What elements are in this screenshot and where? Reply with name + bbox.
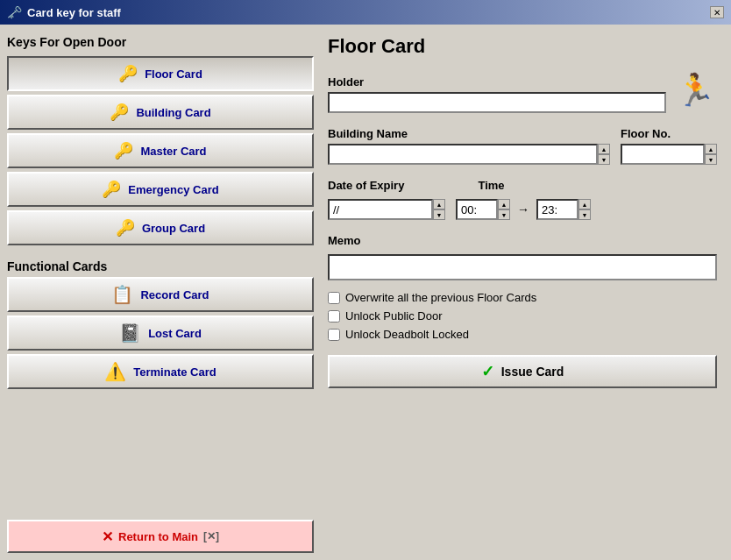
panel-title: Floor Card bbox=[328, 35, 717, 58]
date-of-expiry-label: Date of Expiry bbox=[328, 179, 404, 192]
checkbox-unlock-public-row: Unlock Public Door bbox=[328, 309, 717, 323]
time-label: Time bbox=[478, 179, 504, 192]
holder-label: Holder bbox=[328, 75, 666, 89]
checkboxes-section: Overwrite all the previous Floor Cards U… bbox=[328, 291, 717, 341]
holder-section: Holder 🏃 bbox=[328, 68, 717, 113]
title-bar: 🗝️ Card key for staff ✕ bbox=[0, 0, 731, 25]
record-card-label: Record Card bbox=[140, 288, 209, 301]
building-floor-row: Building Name ▲ ▼ Floor No. ▲ ▼ bbox=[328, 120, 717, 165]
person-icon-area: 🏃 bbox=[673, 68, 717, 112]
lost-card-icon: 📓 bbox=[119, 323, 141, 344]
date-expiry-input[interactable] bbox=[328, 199, 433, 220]
memo-input[interactable] bbox=[328, 254, 717, 280]
record-card-icon: 📋 bbox=[111, 284, 133, 305]
emergency-card-button[interactable]: 🔑 Emergency Card bbox=[7, 172, 314, 207]
building-name-spin-up[interactable]: ▲ bbox=[598, 144, 610, 154]
time-from-spin-down[interactable]: ▼ bbox=[498, 209, 510, 220]
return-bracket-icon: [✕] bbox=[203, 530, 219, 542]
left-panel: Keys For Open Door 🔑 Floor Card 🔑 Buildi… bbox=[7, 32, 314, 553]
unlock-public-label: Unlock Public Door bbox=[345, 309, 443, 323]
terminate-card-icon: ⚠️ bbox=[104, 361, 126, 382]
unlock-public-checkbox[interactable] bbox=[328, 310, 340, 323]
emergency-card-label: Emergency Card bbox=[128, 183, 218, 196]
floor-card-key-icon: 🔑 bbox=[118, 64, 138, 83]
return-label: Return to Main bbox=[118, 530, 198, 543]
floor-no-spin-down[interactable]: ▼ bbox=[705, 154, 717, 165]
unlock-deadbolt-label: Unlock Deadbolt Locked bbox=[345, 328, 469, 341]
main-container: Keys For Open Door 🔑 Floor Card 🔑 Buildi… bbox=[0, 25, 731, 560]
time-from-spin-up[interactable]: ▲ bbox=[498, 199, 510, 209]
checkbox-overwrite-row: Overwrite all the previous Floor Cards bbox=[328, 291, 717, 304]
time-row: ▲ ▼ ▲ ▼ → ▲ bbox=[328, 199, 717, 220]
holder-left-col: Holder bbox=[328, 68, 666, 113]
time-from-spinners: ▲ ▼ bbox=[498, 199, 510, 220]
building-card-label: Building Card bbox=[136, 106, 210, 119]
right-panel: Floor Card Holder 🏃 Building Name ▲ ▼ bbox=[321, 32, 724, 553]
building-card-key-icon: 🔑 bbox=[110, 103, 129, 122]
building-name-input-wrapper: ▲ ▼ bbox=[328, 144, 610, 165]
title-bar-icon: 🗝️ bbox=[7, 5, 22, 19]
building-name-input[interactable] bbox=[328, 144, 598, 165]
floor-no-input[interactable] bbox=[621, 144, 705, 165]
keys-section-title: Keys For Open Door bbox=[7, 35, 314, 49]
issue-check-icon: ✓ bbox=[481, 362, 494, 381]
time-to-spin-down[interactable]: ▼ bbox=[578, 209, 591, 220]
expiry-time-labels: Date of Expiry Time bbox=[328, 172, 717, 195]
time-to-input[interactable] bbox=[536, 199, 578, 220]
return-to-main-button[interactable]: ✕ Return to Main [✕] bbox=[7, 520, 314, 553]
group-card-key-icon: 🔑 bbox=[116, 218, 135, 237]
functional-cards-title: Functional Cards bbox=[7, 259, 314, 273]
building-name-col: Building Name ▲ ▼ bbox=[328, 120, 610, 165]
lost-card-button[interactable]: 📓 Lost Card bbox=[7, 315, 314, 351]
master-card-button[interactable]: 🔑 Master Card bbox=[7, 133, 314, 168]
overwrite-checkbox[interactable] bbox=[328, 292, 340, 304]
time-to-wrapper: ▲ ▼ bbox=[536, 199, 591, 220]
return-icon: ✕ bbox=[102, 528, 113, 545]
time-from-input[interactable] bbox=[456, 199, 498, 220]
floor-card-label: Floor Card bbox=[145, 67, 202, 81]
lost-card-label: Lost Card bbox=[148, 327, 202, 340]
holder-input[interactable] bbox=[328, 92, 666, 113]
date-expiry-spin-up[interactable]: ▲ bbox=[433, 199, 445, 209]
memo-label: Memo bbox=[328, 234, 717, 247]
issue-card-button[interactable]: ✓ Issue Card bbox=[328, 355, 717, 388]
building-name-label: Building Name bbox=[328, 127, 610, 140]
terminate-card-button[interactable]: ⚠️ Terminate Card bbox=[7, 354, 314, 389]
floor-no-label: Floor No. bbox=[621, 127, 717, 140]
expiry-time-section: Date of Expiry Time ▲ ▼ ▲ ▼ bbox=[328, 172, 717, 220]
terminate-card-label: Terminate Card bbox=[133, 365, 216, 379]
floor-no-col: Floor No. ▲ ▼ bbox=[621, 120, 717, 165]
master-card-label: Master Card bbox=[140, 145, 206, 158]
emergency-card-key-icon: 🔑 bbox=[102, 180, 121, 199]
time-arrow-icon: → bbox=[517, 202, 529, 216]
issue-card-label: Issue Card bbox=[501, 365, 564, 379]
unlock-deadbolt-checkbox[interactable] bbox=[328, 329, 340, 341]
master-card-key-icon: 🔑 bbox=[114, 141, 133, 160]
time-from-wrapper: ▲ ▼ bbox=[456, 199, 510, 220]
time-to-spin-up[interactable]: ▲ bbox=[578, 199, 591, 209]
floor-no-spin-up[interactable]: ▲ bbox=[705, 144, 717, 154]
group-card-button[interactable]: 🔑 Group Card bbox=[7, 210, 314, 245]
date-expiry-spinners: ▲ ▼ bbox=[433, 199, 445, 220]
time-to-spinners: ▲ ▼ bbox=[578, 199, 591, 220]
building-card-button[interactable]: 🔑 Building Card bbox=[7, 95, 314, 130]
checkbox-unlock-deadbolt-row: Unlock Deadbolt Locked bbox=[328, 328, 717, 341]
floor-no-input-wrapper: ▲ ▼ bbox=[621, 144, 717, 165]
building-name-spinners: ▲ ▼ bbox=[598, 144, 610, 165]
person-icon: 🏃 bbox=[676, 74, 715, 106]
date-expiry-spin-down[interactable]: ▼ bbox=[433, 209, 445, 220]
title-bar-title: Card key for staff bbox=[27, 6, 705, 19]
group-card-label: Group Card bbox=[142, 222, 205, 235]
memo-section: Memo bbox=[328, 227, 717, 280]
building-name-spin-down[interactable]: ▼ bbox=[598, 154, 610, 165]
close-button[interactable]: ✕ bbox=[710, 6, 724, 18]
overwrite-label: Overwrite all the previous Floor Cards bbox=[345, 291, 536, 304]
functional-cards-section: Functional Cards 📋 Record Card 📓 Lost Ca… bbox=[7, 256, 314, 396]
floor-card-button[interactable]: 🔑 Floor Card bbox=[7, 56, 314, 91]
date-expiry-input-wrapper: ▲ ▼ bbox=[328, 199, 445, 220]
floor-no-spinners: ▲ ▼ bbox=[705, 144, 717, 165]
record-card-button[interactable]: 📋 Record Card bbox=[7, 277, 314, 312]
